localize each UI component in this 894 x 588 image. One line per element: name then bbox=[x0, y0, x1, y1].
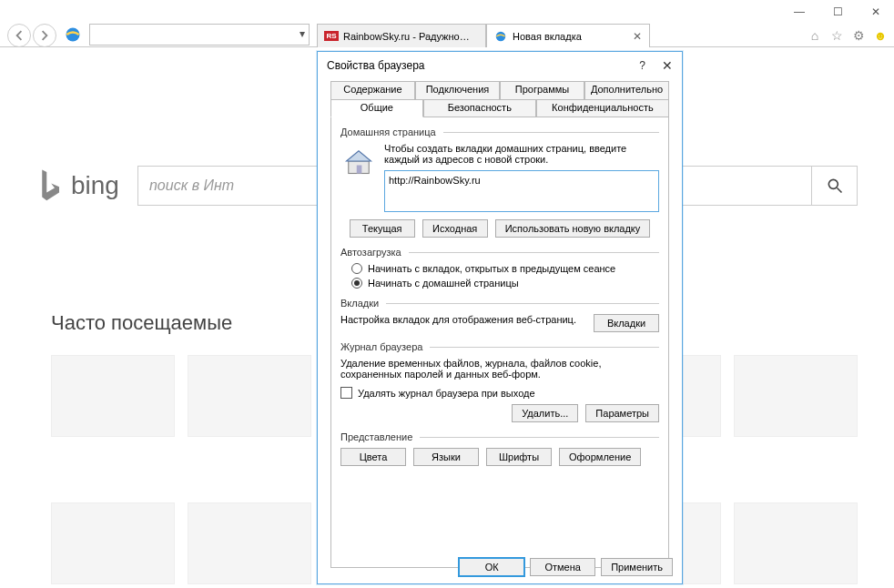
tab-programs[interactable]: Программы bbox=[500, 81, 584, 99]
btn-history-params[interactable]: Параметры bbox=[585, 404, 659, 422]
checkbox-icon bbox=[340, 387, 352, 399]
section-title: Вкладки bbox=[340, 298, 379, 309]
bing-b-icon bbox=[36, 167, 64, 204]
section-title: Журнал браузера bbox=[340, 341, 422, 352]
browser-tab[interactable]: RS RainbowSky.ru - Радужное Не… bbox=[317, 24, 486, 47]
svg-line-3 bbox=[837, 188, 841, 193]
btn-tabs-settings[interactable]: Вкладки bbox=[594, 314, 659, 332]
forward-button[interactable] bbox=[33, 24, 56, 47]
radio-start-homepage[interactable]: Начинать с домашней страницы bbox=[351, 278, 659, 289]
tab-content[interactable]: Содержание bbox=[330, 81, 415, 99]
maximize-button[interactable]: ☐ bbox=[825, 4, 850, 20]
dialog-bottom-buttons: ОК Отмена Применить bbox=[459, 558, 673, 576]
ok-button[interactable]: ОК bbox=[459, 558, 524, 576]
browser-tabs: RS RainbowSky.ru - Радужное Не… Новая вк… bbox=[317, 24, 650, 47]
section-title: Домашняя страница bbox=[340, 127, 436, 137]
close-icon[interactable]: ✕ bbox=[633, 30, 642, 43]
tab-privacy[interactable]: Конфиденциальность bbox=[536, 99, 669, 117]
tile[interactable] bbox=[51, 502, 175, 584]
help-button[interactable]: ? bbox=[639, 59, 645, 72]
radio-icon bbox=[351, 278, 362, 289]
browser-tab[interactable]: Новая вкладка ✕ bbox=[486, 24, 650, 47]
cancel-button[interactable]: Отмена bbox=[530, 558, 595, 576]
tile[interactable] bbox=[734, 355, 858, 437]
nav-buttons bbox=[7, 24, 56, 47]
btn-accessibility[interactable]: Оформление bbox=[559, 448, 641, 466]
tab-security[interactable]: Безопасность bbox=[423, 99, 536, 117]
address-bar[interactable]: ▾ bbox=[89, 24, 310, 46]
radio-label: Начинать с домашней страницы bbox=[368, 278, 519, 289]
tab-connections[interactable]: Подключения bbox=[415, 81, 500, 99]
favicon-ie bbox=[494, 30, 507, 43]
tile[interactable] bbox=[188, 355, 311, 437]
dialog-titlebar[interactable]: Свойства браузера ? ✕ bbox=[318, 52, 682, 79]
close-button[interactable]: ✕ bbox=[863, 4, 889, 20]
tab-label: Новая вкладка bbox=[513, 31, 582, 42]
home-icon bbox=[340, 143, 377, 179]
radio-start-last-session[interactable]: Начинать с вкладок, открытых в предыдуще… bbox=[351, 263, 659, 274]
toolbar-right-icons: ⌂ ☆ ⚙ ☻ bbox=[807, 27, 889, 44]
section-homepage: Домашняя страница Чтобы создать вкладки … bbox=[340, 127, 659, 238]
feedback-smiley-icon[interactable]: ☻ bbox=[872, 27, 889, 44]
tabs-desc: Настройка вкладок для отображения веб-ст… bbox=[340, 314, 584, 325]
svg-rect-6 bbox=[357, 166, 362, 174]
btn-languages[interactable]: Языки bbox=[413, 448, 479, 466]
dialog-tabs-row1: Содержание Подключения Программы Дополни… bbox=[330, 81, 669, 99]
favorites-icon[interactable]: ☆ bbox=[828, 27, 845, 44]
window-controls: — ☐ ✕ bbox=[787, 4, 889, 20]
dialog-tabs-row2: Общие Безопасность Конфиденциальность bbox=[330, 99, 669, 117]
magnifier-icon bbox=[826, 177, 844, 195]
chk-delete-on-exit[interactable]: Удалять журнал браузера при выходе bbox=[340, 387, 659, 399]
section-appearance: Представление Цвета Языки Шрифты Оформле… bbox=[340, 431, 659, 466]
section-history: Журнал браузера Удаление временных файло… bbox=[340, 341, 659, 422]
btn-default-page[interactable]: Исходная bbox=[422, 219, 488, 238]
tab-general[interactable]: Общие bbox=[330, 99, 423, 117]
section-tabs: Вкладки Настройка вкладок для отображени… bbox=[340, 298, 659, 332]
radio-icon bbox=[351, 263, 362, 274]
btn-delete-history[interactable]: Удалить... bbox=[512, 404, 578, 422]
btn-fonts[interactable]: Шрифты bbox=[486, 448, 552, 466]
favicon-rs: RS bbox=[325, 30, 338, 43]
section-title: Автозагрузка bbox=[340, 247, 401, 258]
tab-advanced[interactable]: Дополнительно bbox=[584, 81, 669, 99]
btn-colors[interactable]: Цвета bbox=[340, 448, 406, 466]
minimize-button[interactable]: — bbox=[787, 4, 812, 20]
homepage-url-input[interactable] bbox=[384, 170, 659, 212]
btn-current-page[interactable]: Текущая bbox=[350, 219, 415, 238]
internet-options-dialog: Свойства браузера ? ✕ Содержание Подключ… bbox=[317, 51, 683, 584]
bing-logo: bing bbox=[36, 167, 119, 204]
browser-chrome: ▾ RS RainbowSky.ru - Радужное Не… Новая … bbox=[0, 0, 894, 47]
apply-button[interactable]: Применить bbox=[601, 558, 673, 576]
frequent-title: Часто посещаемые bbox=[51, 311, 232, 335]
dialog-title: Свойства браузера bbox=[327, 59, 425, 72]
section-title: Представление bbox=[340, 431, 412, 442]
checkbox-label: Удалять журнал браузера при выходе bbox=[358, 388, 535, 399]
svg-point-2 bbox=[828, 179, 838, 188]
radio-label: Начинать с вкладок, открытых в предыдуще… bbox=[368, 263, 615, 274]
back-button[interactable] bbox=[7, 24, 31, 47]
chevron-down-icon[interactable]: ▾ bbox=[300, 27, 305, 40]
ie-icon bbox=[64, 25, 82, 44]
tile[interactable] bbox=[51, 355, 175, 437]
tile[interactable] bbox=[188, 502, 311, 584]
home-icon[interactable]: ⌂ bbox=[807, 27, 823, 44]
history-desc: Удаление временных файлов, журнала, файл… bbox=[340, 358, 659, 380]
svg-marker-5 bbox=[347, 151, 371, 161]
homepage-desc: Чтобы создать вкладки домашних страниц, … bbox=[384, 143, 659, 165]
section-startup: Автозагрузка Начинать с вкладок, открыты… bbox=[340, 247, 659, 289]
dialog-panel: Домашняя страница Чтобы создать вкладки … bbox=[330, 117, 669, 568]
search-placeholder: поиск в Инт bbox=[149, 177, 234, 194]
bing-text: bing bbox=[71, 171, 119, 200]
tab-label: RainbowSky.ru - Радужное Не… bbox=[343, 31, 471, 42]
btn-use-new-tab[interactable]: Использовать новую вкладку bbox=[495, 219, 651, 238]
settings-gear-icon[interactable]: ⚙ bbox=[850, 27, 867, 44]
search-button[interactable] bbox=[812, 166, 858, 206]
tile[interactable] bbox=[734, 502, 858, 584]
dialog-close-button[interactable]: ✕ bbox=[662, 58, 673, 73]
